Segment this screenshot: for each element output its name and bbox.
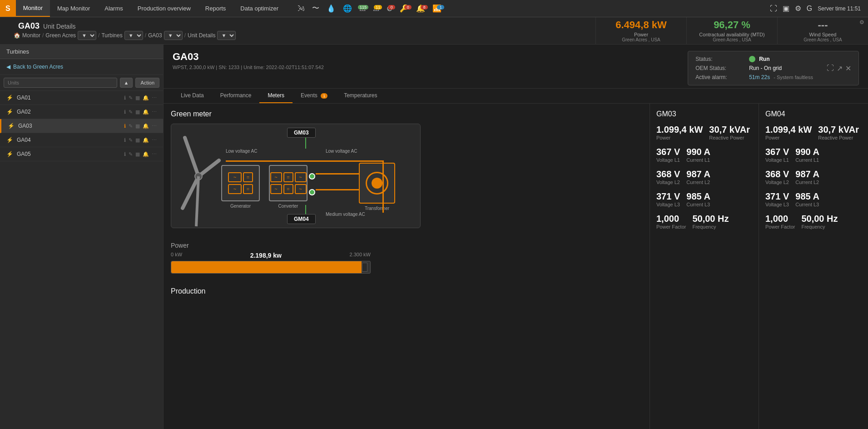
layout-icon[interactable]: ▣ [783,4,789,13]
gm04-panel-title: GM04 [765,110,862,118]
gm03-c3-label: Current L3 [686,202,710,207]
edit-icon-ga04[interactable]: ✎ [129,137,133,143]
gm04-power-value: 1.099,4 kW [765,125,812,135]
chart-icon-ga05[interactable]: ▦ [135,151,140,157]
bell-icon-ga05[interactable]: 🔔 [143,151,149,157]
alert-green-btn[interactable]: ⚠ 115 [357,4,368,13]
chevron-left-icon: ◀ [6,64,10,70]
more-icon-ga02[interactable]: ⋯ [152,109,157,115]
gm04-power-label: Power [765,135,812,140]
more-icon-ga05[interactable]: ⋯ [152,151,157,157]
tab-live-data[interactable]: Live Data [173,89,212,103]
info-icon-ga03[interactable]: ℹ [124,123,126,129]
popout-icon[interactable]: ↗ [837,64,843,73]
alert-red0-btn[interactable]: ⊘ 0 [384,4,395,13]
gm04-c1-label: Current L1 [795,157,819,163]
info-icon-ga02[interactable]: ℹ [124,109,126,115]
unit-actions-ga03: ℹ ✎ ▦ 🔔 ⋯ [124,123,157,129]
waves-icon-btn[interactable]: 〜 [309,4,322,13]
action-button[interactable]: Action [135,78,159,88]
bell-icon-ga03[interactable]: 🔔 [143,123,149,129]
transformer-label: Transformer [365,206,389,211]
expand-icon[interactable]: ⛶ [827,64,834,73]
kpi-wind-settings-icon[interactable]: ⚙ [859,19,864,25]
nav-map-monitor[interactable]: Map Monitor [50,0,97,17]
alert-key-btn[interactable]: 🔑 0 [397,4,412,13]
more-icon-ga03[interactable]: ⋯ [152,123,157,129]
bell-icon-ga04[interactable]: 🔔 [143,137,149,143]
wind-icon-btn[interactable]: 🌬 [295,5,308,13]
top-navigation: S Monitor Map Monitor Alarms Production … [0,0,868,17]
nav-data-optimizer[interactable]: Data optimizer [233,0,286,17]
sidebar-back-button[interactable]: ◀ Back to Green Acres [0,59,163,75]
signal-btn[interactable]: 📶 1 [430,4,444,13]
breadcrumb-unit-details[interactable]: Unit Details [188,32,215,39]
close-icon[interactable]: ✕ [845,64,851,73]
more-icon-ga01[interactable]: ⋯ [152,95,157,101]
settings-icon[interactable]: ⚙ [795,4,801,13]
lv-right-label: Low voltage AC [326,149,357,154]
breadcrumb-ga03-select[interactable]: ▼ [164,31,183,40]
unit-item-ga01[interactable]: ⚡ GA01 ℹ ✎ ▦ 🔔 ⋯ [0,91,163,105]
gm03-row-2: 367 V Voltage L1 990 A Current L1 [656,147,752,163]
chart-icon-ga04[interactable]: ▦ [135,137,140,143]
google-icon[interactable]: G [807,5,812,13]
nav-monitor[interactable]: Monitor [16,0,50,17]
edit-icon-ga05[interactable]: ✎ [129,151,133,157]
edit-icon-ga01[interactable]: ✎ [129,95,133,101]
bell-btn[interactable]: 🔔 8 [413,4,428,13]
search-input[interactable] [4,78,117,88]
unit-name-ga04: GA04 [17,137,120,143]
alert-key-badge: 0 [404,5,412,10]
kpi-availability-sub: Green Acres , USA [713,37,751,42]
more-icon-ga04[interactable]: ⋯ [152,137,157,143]
top-right: ⛶ ▣ ⚙ G Server time 11:51 [770,4,868,13]
breadcrumb-green-acres[interactable]: Green Acres [45,32,76,39]
alert-yellow-btn[interactable]: ⚠ 11 [370,4,382,13]
gm03-pf-label: Power Factor [656,224,686,229]
content-header: GA03 WPST, 2.300,0 kW | SN: 1233 | Unit … [164,45,868,89]
fullscreen-icon[interactable]: ⛶ [770,5,777,13]
breadcrumb-green-acres-select[interactable]: ▼ [78,31,96,40]
breadcrumb-monitor[interactable]: Monitor [22,32,40,39]
unit-item-ga02[interactable]: ⚡ GA02 ℹ ✎ ▦ 🔔 ⋯ [0,105,163,119]
breadcrumb-ga03[interactable]: GA03 [148,32,162,39]
turbine-icon-ga01: ⚡ [6,95,13,101]
chart-icon-ga03[interactable]: ▦ [135,123,140,129]
unit-item-ga04[interactable]: ⚡ GA04 ℹ ✎ ▦ 🔔 ⋯ [0,133,163,147]
bell-badge: 8 [421,5,428,10]
info-icon-ga04[interactable]: ℹ [124,137,126,143]
nav-alarms[interactable]: Alarms [97,0,130,17]
edit-icon-ga03[interactable]: ✎ [129,123,133,129]
info-icon-ga05[interactable]: ℹ [124,151,126,157]
chart-icon-ga01[interactable]: ▦ [135,95,140,101]
unit-item-ga03[interactable]: ⚡ GA03 ℹ ✎ ▦ 🔔 ⋯ [0,119,163,133]
globe-icon-btn[interactable]: 🌐 [340,4,355,13]
nav-reports[interactable]: Reports [198,0,233,17]
gm04-row-2: 367 V Voltage L1 990 A Current L1 [765,147,862,163]
gm04-c2-label: Current L2 [795,180,819,185]
gm03-power-value: 1.099,4 kW [656,125,703,135]
nav-production-overview[interactable]: Production overview [130,0,198,17]
nav-items: Monitor Map Monitor Alarms Production ov… [16,0,286,17]
tab-events[interactable]: Events 1 [293,89,336,103]
bell-icon-ga01[interactable]: 🔔 [143,95,149,101]
edit-icon-ga02[interactable]: ✎ [129,109,133,115]
kpi-availability-label: Contractual availability (MTD) [699,32,764,37]
breadcrumb-turbines[interactable]: Turbines [101,32,122,39]
breadcrumb-unit-details-select[interactable]: ▼ [217,31,236,40]
bell-icon-ga02[interactable]: 🔔 [143,109,149,115]
info-icon-ga01[interactable]: ℹ [124,95,126,101]
oem-status-label: OEM Status: [695,65,745,71]
sort-button[interactable]: ▲ [120,78,133,88]
gm04-v1-label: Voltage L1 [765,157,789,163]
tab-meters[interactable]: Meters [259,89,293,103]
tab-performance[interactable]: Performance [212,89,260,103]
chart-icon-ga02[interactable]: ▦ [135,109,140,115]
tab-temperatures[interactable]: Temperatures [336,89,385,103]
breadcrumb-turbines-select[interactable]: ▼ [124,31,143,40]
main-layout: Turbines ◀ Back to Green Acres ▲ Action … [0,45,868,429]
unit-item-ga05[interactable]: ⚡ GA05 ℹ ✎ ▦ 🔔 ⋯ [0,147,163,161]
drop-icon-btn[interactable]: 💧 [324,4,338,13]
kpi-power-label: Power [634,32,648,37]
